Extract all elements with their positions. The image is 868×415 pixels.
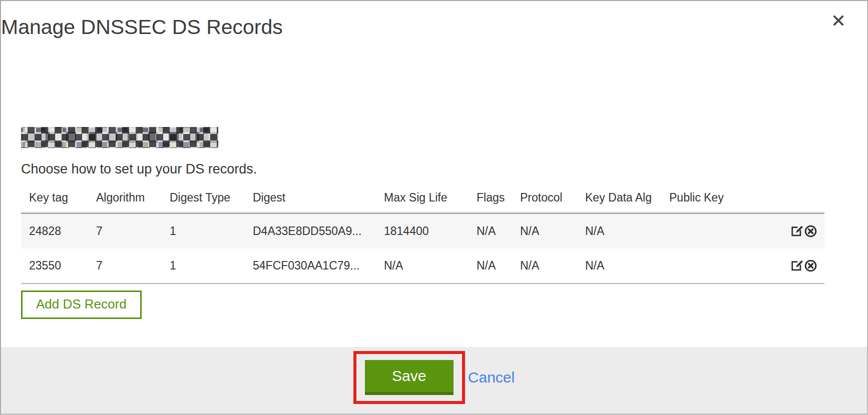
table-row: 23550 7 1 54FCF030AA1C79... N/A N/A N/A … [21,248,824,284]
column-header-algorithm: Algorithm [88,184,162,214]
close-button[interactable] [831,13,846,28]
column-header-digest-type: Digest Type [162,184,245,214]
column-header-flags: Flags [469,184,512,214]
close-icon [831,22,845,29]
ds-records-table: Key tag Algorithm Digest Type Digest Max… [21,184,824,284]
cell-digest: D4A33E8DD550A9... [245,214,376,248]
table-row: 24828 7 1 D4A33E8DD550A9... 1814400 N/A … [21,214,824,248]
cancel-link[interactable]: Cancel [468,369,515,386]
footer-actions: Save Cancel [353,351,515,404]
header-row: Key tag Algorithm Digest Type Digest Max… [21,184,824,214]
delete-record-button[interactable] [804,224,817,238]
cell-public-key [661,248,774,284]
save-button[interactable]: Save [365,360,454,395]
cell-flags: N/A [469,248,512,284]
delete-icon [804,266,817,274]
cell-max-sig-life: N/A [376,248,469,284]
delete-record-button[interactable] [804,259,817,272]
cell-algorithm: 7 [88,214,162,248]
cell-key-data-alg: N/A [577,248,661,284]
annotation-highlight-box: Save [353,351,465,404]
cell-protocol: N/A [512,214,577,248]
delete-icon [804,232,817,240]
cell-key-data-alg: N/A [577,214,661,248]
cell-algorithm: 7 [88,248,162,284]
dialog-footer: Save Cancel [1,347,867,414]
column-header-key-data-alg: Key Data Alg [577,184,661,214]
table-header: Key tag Algorithm Digest Type Digest Max… [21,184,824,214]
edit-icon [789,232,803,240]
cell-digest: 54FCF030AA1C79... [245,248,376,284]
add-ds-record-button[interactable]: Add DS Record [21,290,142,319]
edit-record-button[interactable] [789,259,803,272]
row-actions [774,214,824,248]
edit-icon [789,266,803,274]
cell-key-tag: 24828 [21,214,88,248]
cell-digest-type: 1 [162,248,245,284]
column-header-digest: Digest [245,184,376,214]
column-header-actions [774,184,824,214]
row-actions [774,248,824,284]
cell-flags: N/A [469,214,512,248]
edit-record-button[interactable] [789,224,803,238]
cell-key-tag: 23550 [21,248,88,284]
cell-protocol: N/A [512,248,577,284]
dialog-content: Choose how to set up your DS records. Ke… [1,127,867,319]
cell-digest-type: 1 [162,214,245,248]
redacted-domain-name [21,127,218,148]
cell-max-sig-life: 1814400 [376,214,469,248]
manage-dnssec-dialog: Manage DNSSEC DS Records Choose how to s… [0,0,868,415]
setup-instructions: Choose how to set up your DS records. [21,161,843,177]
cell-public-key [661,214,774,248]
page-title: Manage DNSSEC DS Records [1,16,867,38]
column-header-max-sig-life: Max Sig Life [376,184,469,214]
column-header-key-tag: Key tag [21,184,88,214]
column-header-protocol: Protocol [512,184,577,214]
column-header-public-key: Public Key [661,184,774,214]
